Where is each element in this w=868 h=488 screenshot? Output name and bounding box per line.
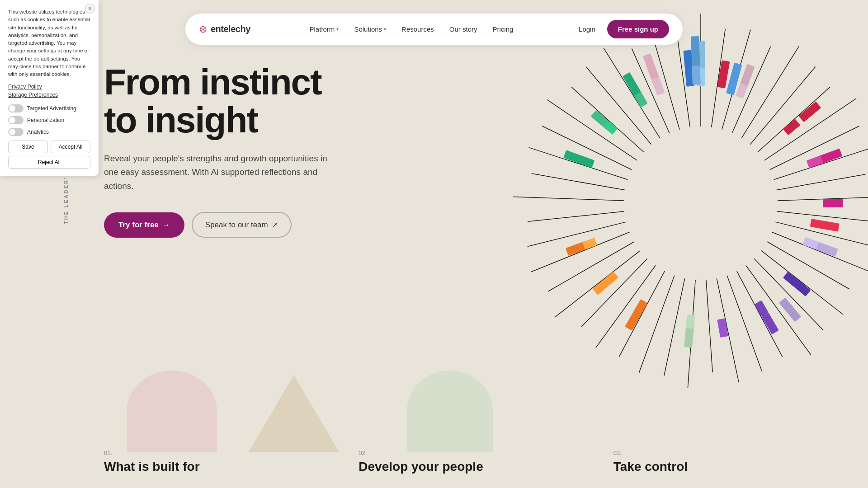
speak-to-team-button[interactable]: Speak to our team ↗ xyxy=(192,212,292,238)
cookie-banner: ✕ This website utilizes technologies suc… xyxy=(0,0,99,176)
privacy-policy-link[interactable]: Privacy Policy xyxy=(8,84,90,90)
svg-point-0 xyxy=(626,129,775,278)
svg-rect-77 xyxy=(651,77,665,96)
svg-line-25 xyxy=(664,278,685,375)
svg-line-13 xyxy=(777,211,868,222)
svg-line-26 xyxy=(639,276,675,373)
analytics-label: Analytics xyxy=(27,129,49,135)
solutions-chevron-icon: ▾ xyxy=(384,27,386,32)
arrow-right-icon: → xyxy=(162,221,170,230)
cookie-links: Privacy Policy Storage Preferences xyxy=(8,84,90,98)
platform-chevron-icon: ▾ xyxy=(336,27,339,32)
svg-line-12 xyxy=(778,197,868,201)
bottom-num-1: 01. xyxy=(104,450,359,456)
hero-subtitle: Reveal your people's strengths and growt… xyxy=(104,152,330,193)
logo-text: entelechy xyxy=(211,24,250,34)
bottom-title-1: What is built for xyxy=(104,459,359,474)
svg-line-40 xyxy=(571,87,644,152)
svg-rect-51 xyxy=(810,219,824,229)
targeted-ads-row: Targeted Advertising xyxy=(8,104,90,113)
bottom-item-1: 01. What is built for xyxy=(104,441,359,483)
nav-platform[interactable]: Platform ▾ xyxy=(303,22,345,37)
svg-rect-54 xyxy=(762,313,779,334)
bottom-item-3: 03. Take control xyxy=(613,441,868,483)
svg-rect-82 xyxy=(691,36,700,68)
try-for-free-button[interactable]: Try for free → xyxy=(104,212,184,238)
svg-line-39 xyxy=(547,100,637,160)
svg-line-33 xyxy=(528,222,626,246)
svg-line-36 xyxy=(532,174,625,190)
svg-line-30 xyxy=(555,251,640,318)
svg-rect-72 xyxy=(726,80,737,95)
storage-preferences-link[interactable]: Storage Preferences xyxy=(8,92,90,98)
hero-section: From instinct to insight Reveal your peo… xyxy=(104,63,398,238)
svg-line-19 xyxy=(746,266,811,355)
svg-rect-83 xyxy=(692,66,700,85)
svg-line-32 xyxy=(531,232,629,272)
bottom-title-2: Develop your people xyxy=(359,459,613,474)
logo[interactable]: ⊛ entelechy xyxy=(199,23,250,35)
svg-line-7 xyxy=(758,87,830,152)
nav-resources[interactable]: Resources xyxy=(395,22,440,37)
cookie-actions: Save Accept All Reject All xyxy=(8,141,90,169)
svg-rect-79 xyxy=(736,83,748,99)
nav-right: Login Free sign up xyxy=(572,20,669,38)
svg-rect-86 xyxy=(779,298,801,322)
navbar: ⊛ entelechy Platform ▾ Solutions ▾ Resou… xyxy=(185,14,683,45)
bottom-num-3: 03. xyxy=(613,450,868,456)
svg-rect-88 xyxy=(686,314,695,328)
nav-login[interactable]: Login xyxy=(572,22,602,37)
svg-line-17 xyxy=(761,251,843,315)
targeted-ads-toggle[interactable] xyxy=(8,104,24,113)
cookie-close-button[interactable]: ✕ xyxy=(85,4,95,14)
bottom-title-3: Take control xyxy=(613,459,868,474)
nav-pricing[interactable]: Pricing xyxy=(486,22,519,37)
hero-title: From instinct to insight xyxy=(104,63,398,139)
svg-line-37 xyxy=(529,147,628,179)
svg-rect-75 xyxy=(823,199,843,207)
external-link-icon: ↗ xyxy=(272,220,278,230)
cookie-description: This website utilizes technologies such … xyxy=(8,8,90,78)
nav-links: Platform ▾ Solutions ▾ Resources Our sto… xyxy=(303,22,520,37)
svg-line-31 xyxy=(548,242,634,291)
analytics-row: Analytics xyxy=(8,128,90,136)
bottom-section: 01. What is built for 02. Develop your p… xyxy=(104,398,868,488)
svg-line-21 xyxy=(727,276,762,371)
svg-rect-62 xyxy=(583,238,597,249)
personalization-label: Personalization xyxy=(27,117,64,123)
svg-line-23 xyxy=(706,280,712,373)
targeted-ads-label: Targeted Advertising xyxy=(27,105,76,112)
nav-our-story[interactable]: Our story xyxy=(443,22,484,37)
bottom-num-2: 02. xyxy=(359,450,613,456)
vertical-text: THE LEADER'S xyxy=(63,172,69,224)
svg-line-11 xyxy=(776,174,865,190)
svg-line-35 xyxy=(513,197,624,201)
bottom-item-2: 02. Develop your people xyxy=(359,441,613,483)
nav-solutions[interactable]: Solutions ▾ xyxy=(348,22,392,37)
accept-all-button[interactable]: Accept All xyxy=(51,141,90,153)
analytics-toggle[interactable] xyxy=(8,128,24,136)
personalization-toggle[interactable] xyxy=(8,116,24,124)
hero-buttons: Try for free → Speak to our team ↗ xyxy=(104,212,398,238)
reject-all-button[interactable]: Reject All xyxy=(8,156,90,169)
svg-rect-78 xyxy=(740,64,755,87)
wheel-visualization xyxy=(497,0,868,407)
free-signup-button[interactable]: Free sign up xyxy=(607,20,669,38)
cookie-save-accept-row: Save Accept All xyxy=(8,141,90,153)
svg-line-28 xyxy=(596,266,656,348)
svg-line-34 xyxy=(528,211,624,221)
main-page: ⊛ entelechy Platform ▾ Solutions ▾ Resou… xyxy=(0,0,868,488)
personalization-row: Personalization xyxy=(8,116,90,124)
svg-rect-56 xyxy=(717,318,728,338)
save-button[interactable]: Save xyxy=(8,141,48,153)
logo-icon: ⊛ xyxy=(199,23,207,35)
